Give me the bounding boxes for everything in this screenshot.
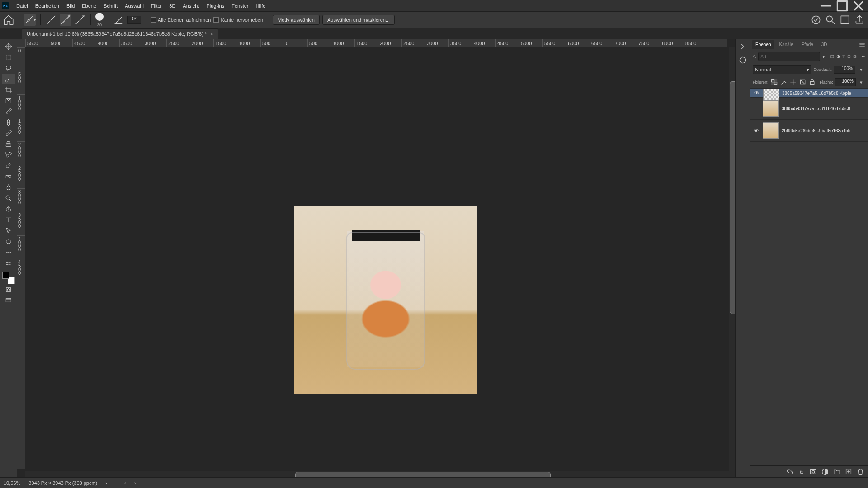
opacity-dropdown-icon[interactable]: ▾ bbox=[857, 66, 865, 74]
screen-mode-toggle[interactable] bbox=[2, 295, 15, 306]
status-nav-prev[interactable]: ‹ bbox=[124, 480, 126, 486]
history-brush-tool[interactable] bbox=[2, 150, 15, 160]
window-maximize-button[interactable] bbox=[835, 1, 850, 10]
filter-toggle-icon[interactable] bbox=[862, 52, 865, 61]
lock-all-icon[interactable] bbox=[808, 78, 816, 86]
horizontal-scrollbar[interactable] bbox=[25, 471, 735, 477]
select-and-mask-button[interactable]: Auswählen und maskieren... bbox=[322, 15, 395, 25]
quick-selection-tool[interactable] bbox=[2, 74, 15, 84]
ruler-origin[interactable] bbox=[17, 39, 25, 47]
enhance-edge-checkbox[interactable]: Kante hervorheben bbox=[213, 17, 263, 23]
filter-adjustment-icon[interactable] bbox=[836, 52, 840, 61]
layer-thumbnail[interactable] bbox=[763, 100, 779, 117]
layer-mask-icon[interactable] bbox=[809, 468, 817, 476]
layer-name[interactable]: 3865a59347e7a5...6d7b5c8 Kopie bbox=[782, 91, 865, 96]
lock-artboard-icon[interactable] bbox=[799, 78, 807, 86]
document-tab[interactable]: Unbenannt-1 bei 10,6% (3865a59347e7a5d3d… bbox=[22, 28, 218, 39]
panel-tab-ebenen[interactable]: Ebenen bbox=[752, 40, 774, 49]
healing-brush-tool[interactable] bbox=[2, 117, 15, 128]
filter-shape-icon[interactable] bbox=[847, 52, 851, 61]
color-swatches[interactable] bbox=[2, 272, 15, 284]
group-layers-icon[interactable] bbox=[833, 468, 841, 476]
layer-thumbnail[interactable] bbox=[763, 89, 779, 101]
shape-tool[interactable] bbox=[2, 236, 15, 247]
status-dimensions[interactable]: 3943 Px × 3943 Px (300 ppcm) bbox=[28, 480, 97, 486]
brush-angle-input[interactable]: 0° bbox=[127, 16, 141, 24]
lasso-tool[interactable] bbox=[2, 63, 15, 74]
filter-pixel-icon[interactable] bbox=[830, 52, 834, 61]
vertical-scrollbar-thumb[interactable] bbox=[730, 81, 735, 314]
subtract-selection-mode[interactable] bbox=[74, 14, 86, 26]
share-icon[interactable] bbox=[854, 14, 865, 26]
layer-visibility-toggle[interactable]: 👁 bbox=[753, 127, 760, 134]
tool-preset-picker[interactable]: ▾ bbox=[24, 14, 36, 26]
crop-tool[interactable] bbox=[2, 84, 15, 95]
layer-filter-dropdown-icon[interactable]: ▾ bbox=[822, 52, 826, 61]
pen-tool[interactable] bbox=[2, 204, 15, 215]
menu-plug-ins[interactable]: Plug-ins bbox=[203, 1, 228, 10]
frame-tool[interactable] bbox=[2, 95, 15, 106]
menu-hilfe[interactable]: Hilfe bbox=[252, 1, 269, 10]
menu-ansicht[interactable]: Ansicht bbox=[179, 1, 203, 10]
home-button[interactable] bbox=[3, 14, 14, 26]
vertical-scrollbar[interactable] bbox=[729, 47, 735, 471]
menu-auswahl[interactable]: Auswahl bbox=[121, 1, 147, 10]
foreground-color-swatch[interactable] bbox=[2, 272, 9, 279]
color-panel-icon[interactable] bbox=[738, 56, 747, 65]
eyedropper-tool[interactable] bbox=[2, 106, 15, 117]
layer-name[interactable]: 3865a59347e7a...c611646d7b5c8 bbox=[782, 106, 865, 111]
menu-filter[interactable]: Filter bbox=[147, 1, 165, 10]
canvas-stage[interactable] bbox=[25, 47, 735, 477]
menu-fenster[interactable]: Fenster bbox=[228, 1, 252, 10]
menu-bild[interactable]: Bild bbox=[63, 1, 78, 10]
brush-angle-icon[interactable] bbox=[113, 14, 125, 26]
vertical-ruler[interactable]: 050010001500200025003000350040004500 bbox=[17, 47, 25, 469]
lock-transparency-icon[interactable] bbox=[770, 78, 778, 86]
layer-filter-input[interactable] bbox=[758, 52, 820, 61]
new-selection-mode[interactable] bbox=[45, 14, 57, 26]
status-nav-next[interactable]: › bbox=[134, 480, 136, 486]
path-selection-tool[interactable] bbox=[2, 225, 15, 236]
gradient-tool[interactable] bbox=[2, 171, 15, 182]
blur-tool[interactable] bbox=[2, 182, 15, 193]
lock-pixels-icon[interactable] bbox=[780, 78, 788, 86]
horizontal-ruler[interactable]: 5500500045004000350030002500200015001000… bbox=[25, 39, 727, 47]
layer-style-icon[interactable]: fx bbox=[797, 468, 806, 476]
panel-tab-pfade[interactable]: Pfade bbox=[798, 40, 817, 49]
window-close-button[interactable] bbox=[851, 1, 866, 10]
panel-tab-3d[interactable]: 3D bbox=[818, 40, 831, 49]
lock-position-icon[interactable] bbox=[789, 78, 797, 86]
filter-smart-icon[interactable] bbox=[853, 52, 857, 61]
link-layers-icon[interactable] bbox=[786, 468, 794, 476]
move-tool[interactable] bbox=[2, 41, 15, 52]
document-artwork[interactable] bbox=[294, 206, 477, 394]
delete-layer-icon[interactable] bbox=[856, 468, 864, 476]
fill-input[interactable]: 100% bbox=[835, 78, 856, 86]
clone-stamp-tool[interactable] bbox=[2, 139, 15, 150]
menu-schrift[interactable]: Schrift bbox=[100, 1, 121, 10]
menu-3d[interactable]: 3D bbox=[165, 1, 179, 10]
blend-mode-select[interactable]: Normal▾ bbox=[753, 65, 811, 74]
filter-type-icon[interactable] bbox=[842, 52, 845, 61]
layer-row[interactable]: 👁3865a59347e7a5...6d7b5c8 Kopie bbox=[750, 89, 868, 98]
layer-row[interactable]: 👁2bf99c5e26bbe6...9baf6e163a4bb bbox=[750, 120, 868, 142]
panel-menu-icon[interactable] bbox=[858, 41, 866, 49]
new-layer-icon[interactable] bbox=[844, 468, 853, 476]
window-minimize-button[interactable] bbox=[818, 1, 834, 10]
menu-bearbeiten[interactable]: Bearbeiten bbox=[32, 1, 63, 10]
layer-visibility-toggle[interactable]: 👁 bbox=[753, 90, 760, 96]
menu-ebene[interactable]: Ebene bbox=[78, 1, 100, 10]
document-tab-close-icon[interactable]: × bbox=[210, 31, 213, 37]
cloud-docs-icon[interactable] bbox=[810, 14, 822, 26]
expand-panels-icon[interactable] bbox=[738, 42, 747, 51]
menu-datei[interactable]: Datei bbox=[13, 1, 32, 10]
status-zoom[interactable]: 10,56% bbox=[4, 480, 20, 486]
type-tool[interactable] bbox=[2, 215, 15, 225]
sample-all-layers-checkbox[interactable]: Alle Ebenen aufnehmen bbox=[151, 17, 211, 23]
status-disclosure-icon[interactable]: › bbox=[105, 480, 107, 486]
add-selection-mode[interactable] bbox=[60, 14, 71, 26]
dodge-tool[interactable] bbox=[2, 193, 15, 204]
brush-tool[interactable] bbox=[2, 128, 15, 139]
adjustment-layer-icon[interactable] bbox=[821, 468, 829, 476]
marquee-tool[interactable] bbox=[2, 52, 15, 63]
